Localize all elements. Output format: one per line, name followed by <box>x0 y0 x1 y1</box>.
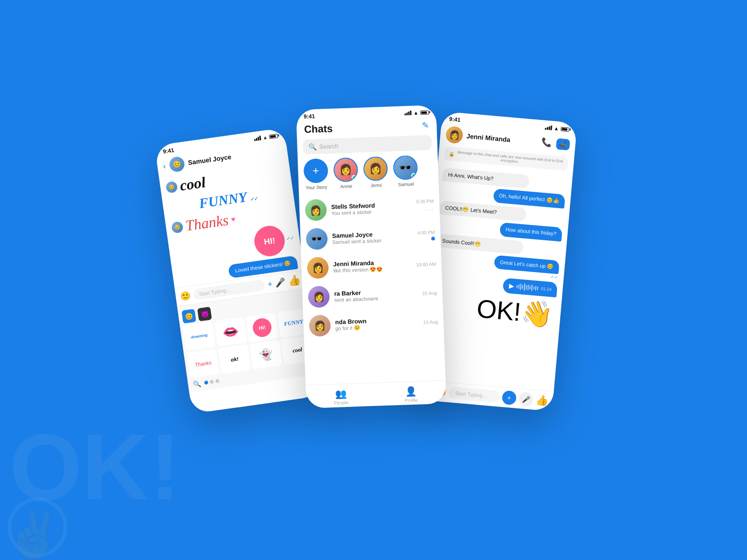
back-button-left[interactable]: ‹ <box>162 161 167 171</box>
tab-profile[interactable]: 👤 Profile <box>376 385 446 404</box>
stells-time: 5:30 PM <box>416 198 434 204</box>
tab-people[interactable]: 👥 People <box>306 387 376 406</box>
jenni-chat-avatar: 👩 <box>307 257 329 279</box>
tab-bar-center: 👥 People 👤 Profile <box>306 380 447 408</box>
message-input-right[interactable]: Start Typing... <box>448 386 500 403</box>
sticker-mouth[interactable]: 👄 <box>214 317 247 346</box>
profile-icon: 👤 <box>405 385 417 397</box>
catch-up-check: ✓✓ <box>550 274 558 280</box>
plus-icon-left[interactable]: + <box>267 279 273 289</box>
story-annie[interactable]: 👩 Annie <box>333 157 359 189</box>
mic-btn-right[interactable]: 🎤 <box>518 392 534 407</box>
stells-avatar: 👩 <box>305 199 327 221</box>
samuel-unread <box>431 237 435 240</box>
stells-meta: 5:30 PM ··· <box>416 198 434 214</box>
pagination-dots <box>204 379 219 385</box>
people-label: People <box>334 400 349 406</box>
lock-icon: 🔒 <box>449 151 455 157</box>
sticker-keyboard: 😊 😈 dreaming 👄 HI! FUNNY Thanks <box>177 288 318 392</box>
time-center: 9:41 <box>303 113 315 120</box>
story-add[interactable]: + Your Story <box>303 158 329 190</box>
brown-avatar: 👩 <box>309 315 331 337</box>
barker-time: 22 Aug <box>422 290 437 296</box>
time-left: 9:41 <box>162 147 175 155</box>
chats-title: Chats <box>304 123 333 136</box>
hi-sticker: HI! <box>253 224 287 258</box>
plus-btn-right[interactable]: + <box>501 390 517 406</box>
samuel-info: Samuel Joyce Samuel sent a sticker <box>332 229 413 245</box>
sticker-dreaming[interactable]: dreaming <box>183 322 216 351</box>
chat-item-jenni[interactable]: 👩 Jenni Miranda like this version 😍😍 10:… <box>301 249 442 283</box>
like-icon-left[interactable]: 👍 <box>287 274 301 288</box>
barker-avatar: 👩 <box>308 286 330 308</box>
avatar-samuel: 😊 <box>165 181 178 193</box>
header-actions-right: 📞 📹 <box>541 137 571 150</box>
jenni-right-avatar: 👩 <box>445 126 464 144</box>
cool-sticker-text: cool <box>179 174 207 194</box>
status-icons-center: ▲ <box>404 110 429 116</box>
samuel-online-dot <box>411 173 416 178</box>
chat-list: 👩 Stells Stefword You sent a sticker 5:3… <box>299 191 445 385</box>
chat-messages-left: 😊 cool FUNNY ✓✓ 😊 Thanks ♥ HI! ✓✓ <box>159 160 304 288</box>
wifi-right: ▲ <box>554 126 559 132</box>
ok-sticker: OK!👋 <box>475 294 554 330</box>
mic-icon-left[interactable]: 🎤 <box>275 277 286 288</box>
signal-icon <box>254 135 261 141</box>
stells-more: ··· <box>425 205 434 214</box>
barker-meta: 22 Aug <box>422 290 437 296</box>
sticker-hi-kbd[interactable]: HI! <box>246 313 279 342</box>
edit-icon[interactable]: ✎ <box>422 120 430 131</box>
sticker-tab-emoji[interactable]: 😊 <box>182 309 197 324</box>
play-icon[interactable]: ▶ <box>508 282 514 290</box>
chat-item-stells[interactable]: 👩 Stells Stefword You sent a sticker 5:3… <box>299 191 440 225</box>
your-story-label: Your Story <box>305 184 327 190</box>
chat-item-barker[interactable]: 👩 ra Barker sent an attachment 22 Aug <box>302 278 443 312</box>
barker-info: ra Barker sent an attachment <box>334 287 418 302</box>
emoji-icon-left[interactable]: 🙂 <box>180 290 191 302</box>
battery-right <box>561 126 570 132</box>
chat-item-samuel[interactable]: 🕶️ Samuel Joyce Samuel sent a sticker 4:… <box>300 220 441 254</box>
contact-avatar-left: 😊 <box>169 156 185 173</box>
add-story-avatar: + <box>303 158 329 183</box>
brown-time: 21 Aug <box>423 319 438 325</box>
chat-item-brown[interactable]: 👩 nda Brown go for it 😊 21 Aug <box>303 307 444 341</box>
samuel-story-name: Samuel <box>398 182 414 187</box>
search-kbd-icon[interactable]: 🔍 <box>192 380 201 388</box>
jenni-meta: 10:00 AM <box>416 261 436 267</box>
profile-label: Profile <box>404 398 418 403</box>
jenni-avatar: 👩 <box>363 156 388 182</box>
story-jenni[interactable]: 👩 Jenni <box>363 156 388 189</box>
waveform <box>516 283 538 292</box>
phone-center: 9:41 ▲ Chats ✎ 🔍 Search + Your Story <box>296 105 446 408</box>
svg-point-1 <box>9 499 65 555</box>
wifi-icon: ▲ <box>262 134 268 140</box>
search-placeholder: Search <box>319 142 338 150</box>
brown-info: nda Brown go for it 😊 <box>335 316 419 332</box>
call-icon-right[interactable]: 📞 <box>541 137 552 149</box>
time-right: 9:41 <box>449 116 461 123</box>
jenni-time: 10:00 AM <box>416 261 436 267</box>
sticker-ok-kbd[interactable]: ok! <box>218 344 251 374</box>
video-icon-right[interactable]: 📹 <box>556 138 570 150</box>
search-icon-center: 🔍 <box>308 143 317 151</box>
sticker-thanks-kbd[interactable]: Thanks <box>186 349 219 378</box>
like-btn-right[interactable]: 👍 <box>535 394 549 407</box>
status-icons-right: ▲ <box>545 125 570 132</box>
thanks-sticker-text: Thanks <box>184 211 230 235</box>
battery-icon <box>269 133 278 139</box>
battery-center <box>420 110 429 115</box>
signal-center <box>404 111 411 116</box>
annie-avatar: 👩 <box>333 157 359 182</box>
voice-bubble[interactable]: ▶ 01:24 <box>503 278 558 298</box>
funny-check: ✓✓ <box>250 196 258 202</box>
avatar-samuel-2: 😊 <box>171 221 183 233</box>
story-samuel[interactable]: 🕶️ Samuel <box>393 155 418 187</box>
brown-meta: 21 Aug <box>423 319 438 325</box>
samuel-chat-avatar: 🕶️ <box>306 228 328 250</box>
phone-left: 9:41 ▲ ‹ 😊 Samuel Joyce 😊 cool <box>155 127 322 413</box>
bubble-catch-up: Great Let's catch up 😊 <box>493 255 559 274</box>
sticker-ghost[interactable]: 👻 <box>249 340 282 369</box>
contact-name-right: Jenni Miranda <box>466 132 510 143</box>
sticker-tab-2[interactable]: 😈 <box>197 307 212 322</box>
bubble-friday: How about this friday? <box>500 223 563 242</box>
